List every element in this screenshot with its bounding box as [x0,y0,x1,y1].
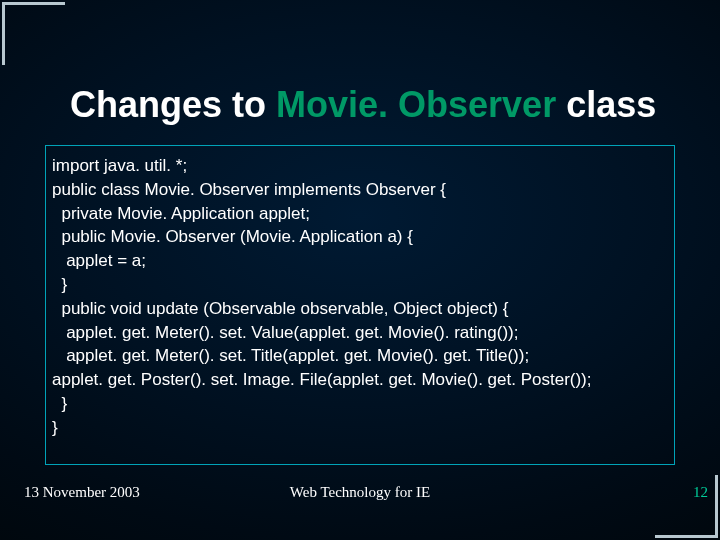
slide: Changes to Movie. Observer class import … [0,0,720,540]
footer-date: 13 November 2003 [24,484,140,501]
title-part3: class [556,84,656,125]
code-line: private Movie. Application applet; [52,202,668,226]
corner-decoration-top-left [2,2,65,65]
footer: 13 November 2003 Web Technology for IE 1… [0,484,720,506]
code-line: import java. util. *; [52,154,668,178]
code-line: applet. get. Meter(). set. Title(applet.… [52,344,668,368]
code-line: } [52,273,668,297]
code-line: public class Movie. Observer implements … [52,178,668,202]
code-line: } [52,392,668,416]
code-line: public Movie. Observer (Movie. Applicati… [52,225,668,249]
footer-center: Web Technology for IE [290,484,430,501]
code-line: applet. get. Meter(). set. Value(applet.… [52,321,668,345]
title-part1: Changes to [70,84,276,125]
slide-title: Changes to Movie. Observer class [0,84,720,126]
code-line: public void update (Observable observabl… [52,297,668,321]
title-accent: Movie. Observer [276,84,556,125]
code-line: applet = a; [52,249,668,273]
code-container: import java. util. *; public class Movie… [45,145,675,465]
footer-page-number: 12 [693,484,708,501]
code-line: applet. get. Poster(). set. Image. File(… [52,368,668,392]
code-line: } [52,416,668,440]
